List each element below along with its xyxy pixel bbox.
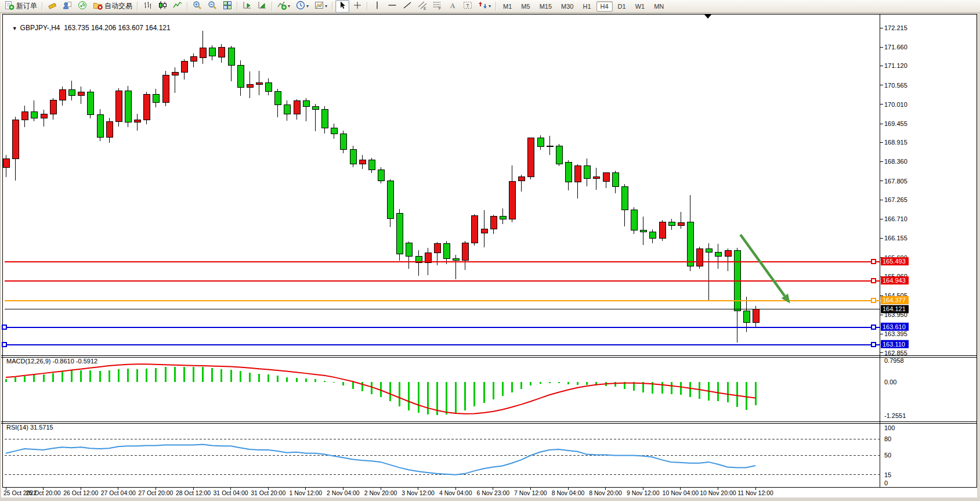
wand-icon <box>48 1 57 12</box>
fibonacci-button[interactable]: F <box>431 0 444 13</box>
channel-button[interactable]: E <box>415 0 429 13</box>
timeframe-m30-button[interactable]: M30 <box>557 1 577 12</box>
crosshair-icon <box>353 1 362 12</box>
auto-scroll-icon <box>258 1 267 12</box>
zoom-in-button[interactable] <box>190 0 204 13</box>
tile-windows-button[interactable] <box>220 0 234 13</box>
profile-button[interactable] <box>60 0 74 13</box>
zoom-out-button[interactable] <box>205 0 219 13</box>
indicators-button[interactable]: ▾ <box>275 0 292 13</box>
svg-text:9 Nov 12:00: 9 Nov 12:00 <box>627 489 660 496</box>
line-handle[interactable] <box>2 343 6 347</box>
timeframe-m5-button[interactable]: M5 <box>517 1 534 12</box>
signal-button[interactable] <box>75 0 89 13</box>
svg-text:50: 50 <box>884 452 891 459</box>
svg-text:27 Oct 20:00: 27 Oct 20:00 <box>138 489 173 496</box>
text-label-icon: T <box>463 1 472 12</box>
svg-text:31 Oct 20:00: 31 Oct 20:00 <box>251 489 285 496</box>
line-handle[interactable] <box>871 325 876 329</box>
new-order-button[interactable]: 新订单 <box>2 0 39 13</box>
time-axis[interactable]: 25 Oct 202225 Oct 20:0026 Oct 12:0027 Oc… <box>3 488 773 496</box>
timeframe-mn-button[interactable]: MN <box>650 1 668 12</box>
chevron-down-icon[interactable]: ▾ <box>288 3 290 9</box>
svg-text:2 Nov 04:00: 2 Nov 04:00 <box>327 489 360 496</box>
svg-text:167.265: 167.265 <box>884 196 907 203</box>
line-handle[interactable] <box>871 298 876 302</box>
zoom-out-icon <box>208 1 217 12</box>
svg-text:0.00: 0.00 <box>884 379 896 385</box>
candle <box>115 88 122 127</box>
vline-button[interactable] <box>370 0 384 13</box>
line-handle[interactable] <box>2 325 6 329</box>
candle <box>87 89 93 118</box>
svg-text:163.610: 163.610 <box>883 323 906 330</box>
chevron-down-icon[interactable]: ▾ <box>325 3 327 9</box>
candlestick-chart-button[interactable] <box>156 0 169 13</box>
svg-text:172.215: 172.215 <box>884 24 907 31</box>
svg-text:171.660: 171.660 <box>884 44 907 51</box>
svg-text:6 Nov 23:00: 6 Nov 23:00 <box>476 489 509 496</box>
candle <box>556 144 562 166</box>
candle <box>631 207 637 234</box>
hline-icon <box>388 1 397 12</box>
line-handle[interactable] <box>871 279 876 283</box>
timeframe-m15-button[interactable]: M15 <box>536 1 556 12</box>
line-handle[interactable] <box>871 259 876 264</box>
svg-text:163.110: 163.110 <box>883 341 905 348</box>
line-handle[interactable] <box>871 343 876 347</box>
svg-text:A: A <box>450 1 455 9</box>
timeframe-m1-button[interactable]: M1 <box>499 1 516 12</box>
svg-text:31 Oct 04:00: 31 Oct 04:00 <box>214 489 248 496</box>
symbol-title-row: ▼GBPJPY-,H4 163.735 164.206 163.607 164.… <box>8 16 171 32</box>
autotrade-button[interactable]: 自动交易 <box>91 0 135 13</box>
line-chart-icon <box>173 1 182 12</box>
chart-shift-button[interactable] <box>240 0 254 13</box>
svg-text:162.855: 162.855 <box>884 349 907 356</box>
shapes-button[interactable]: ▾ <box>476 0 493 13</box>
svg-text:8 Nov 20:00: 8 Nov 20:00 <box>589 489 622 496</box>
svg-text:26 Oct 12:00: 26 Oct 12:00 <box>63 489 98 496</box>
candle <box>396 209 403 261</box>
symbol-dropdown-icon[interactable]: ▼ <box>12 26 17 31</box>
periods-button[interactable]: ▾ <box>294 0 311 13</box>
text-button[interactable]: A <box>446 0 460 13</box>
trendline-button[interactable] <box>400 0 414 13</box>
hline-button[interactable] <box>385 0 399 13</box>
svg-text:167.805: 167.805 <box>884 178 907 185</box>
wand-button[interactable] <box>45 0 59 13</box>
vline-icon <box>373 1 382 12</box>
crosshair-button[interactable] <box>350 0 364 13</box>
trendline-icon <box>403 1 412 12</box>
chart-canvas[interactable]: 172.215171.660171.120170.565170.010169.4… <box>0 0 980 501</box>
svg-text:168.360: 168.360 <box>884 158 907 165</box>
symbol-title: GBPJPY-,H4 163.735 164.206 163.607 164.1… <box>20 24 171 32</box>
svg-text:3 Nov 12:00: 3 Nov 12:00 <box>402 489 435 496</box>
price-axis-label: 164.377 <box>881 296 909 304</box>
svg-text:166.710: 166.710 <box>884 215 907 222</box>
timeframe-w1-button[interactable]: W1 <box>631 1 649 12</box>
candlestick-chart-icon <box>158 1 167 12</box>
bar-chart-icon <box>143 1 152 12</box>
line-chart-button[interactable] <box>171 0 185 13</box>
svg-text:170.010: 170.010 <box>884 101 907 108</box>
chevron-down-icon[interactable]: ▾ <box>489 3 491 9</box>
svg-text:169.455: 169.455 <box>884 120 907 127</box>
chevron-down-icon[interactable]: ▾ <box>306 3 309 9</box>
timeframe-d1-button[interactable]: D1 <box>614 1 630 12</box>
candle <box>143 92 150 124</box>
auto-scroll-button[interactable] <box>255 0 269 13</box>
signal-icon <box>78 1 87 12</box>
price-axis-label: 163.610 <box>881 323 909 331</box>
templates-button[interactable]: ▾ <box>312 0 330 13</box>
svg-text:10 Nov 04:00: 10 Nov 04:00 <box>663 489 699 496</box>
candle <box>471 214 478 246</box>
timeframe-h4-button[interactable]: H4 <box>596 1 613 12</box>
text-label-button[interactable]: T <box>461 0 475 13</box>
candle <box>162 71 169 106</box>
svg-text:163.395: 163.395 <box>884 330 907 337</box>
macd-indicator-label: MACD(12,26,9) -0.8610 -0.5912 <box>6 358 97 365</box>
timeframe-h1-button[interactable]: H1 <box>578 1 595 12</box>
bar-chart-button[interactable] <box>140 0 154 13</box>
svg-text:164.943: 164.943 <box>883 277 906 284</box>
cursor-button[interactable] <box>335 0 349 13</box>
